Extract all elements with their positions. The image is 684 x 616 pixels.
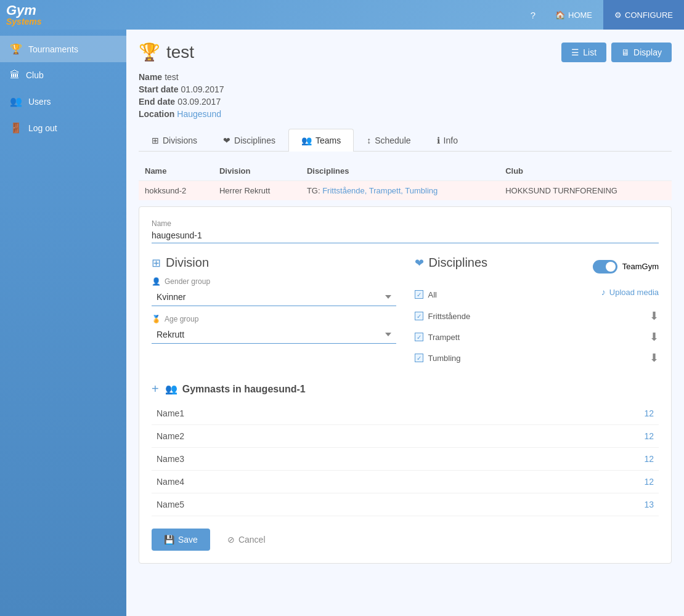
discipline-trampett-name: Trampett	[428, 333, 460, 342]
age-select[interactable]: Rekrutt Junior Senior	[152, 326, 396, 344]
info-row-end: End date 03.09.2017	[139, 97, 672, 107]
division-icon: ⊞	[152, 256, 161, 270]
table-row[interactable]: hokksund-2 Herrer Rekrutt TG: Frittståen…	[139, 181, 672, 201]
page-header: 🏆 test ☰ List 🖥 Display	[139, 42, 672, 62]
save-button[interactable]: 💾 Save	[152, 529, 210, 551]
age-group: 🏅 Age group Rekrutt Junior Senior	[152, 315, 396, 344]
gender-select[interactable]: Kvinner Menn Mixed	[152, 288, 396, 306]
header-buttons: ☰ List 🖥 Display	[561, 43, 672, 62]
discipline-all-left: ✓ All	[415, 290, 437, 299]
gymnast-name-5: Name5	[157, 500, 184, 509]
check-icon: ✓	[417, 334, 421, 341]
tab-teams-label: Teams	[316, 136, 341, 145]
tab-teams[interactable]: 👥 Teams	[288, 129, 354, 152]
discipline-frittstanding-left: ✓ Frittstående	[415, 312, 471, 321]
help-button[interactable]: ?	[522, 0, 544, 30]
start-value: 01.09.2017	[181, 84, 224, 94]
col-club: Club	[499, 161, 672, 181]
main-content: 🏆 test ☰ List 🖥 Display Name test	[126, 30, 684, 616]
gymnast-name-2: Name2	[157, 431, 184, 441]
toggle-knob	[606, 262, 616, 272]
gender-icon: 👤	[152, 277, 161, 286]
frittstanding-upload-btn[interactable]: ⬇	[649, 309, 659, 323]
discipline-all-checkbox[interactable]: ✓	[415, 290, 423, 299]
team-disciplines: TG: Frittstående, Trampett, Tumbling	[301, 181, 499, 201]
gender-group: 👤 Gender group Kvinner Menn Mixed	[152, 277, 396, 306]
schedule-icon: ↕	[367, 136, 371, 145]
logo-gym: Gym	[6, 4, 42, 17]
age-icon: 🏅	[152, 315, 161, 323]
teams-table: Name Division Disciplines Club hokksund-…	[139, 161, 672, 200]
edit-name-value: haugesund-1	[152, 230, 659, 243]
display-button[interactable]: 🖥 Display	[611, 43, 672, 62]
users-icon: 👥	[10, 95, 22, 107]
age-label-text: Age group	[165, 315, 198, 323]
add-gymnast-button[interactable]: +	[152, 382, 159, 396]
name-field-group: Name haugesund-1	[152, 219, 659, 243]
trampett-upload-btn[interactable]: ⬇	[649, 330, 659, 344]
teamgym-toggle[interactable]	[593, 260, 617, 274]
save-icon: 💾	[164, 535, 174, 545]
gymnast-num-3: 12	[644, 454, 654, 464]
discipline-frittstanding-checkbox[interactable]: ✓	[415, 312, 423, 320]
disciplines-header: ❤ Disciplines TeamGym	[415, 256, 659, 277]
toggle-row: TeamGym	[593, 260, 659, 274]
teams-table-body: hokksund-2 Herrer Rekrutt TG: Frittståen…	[139, 181, 672, 201]
tab-schedule[interactable]: ↕ Schedule	[354, 129, 423, 152]
discipline-trampett-left: ✓ Trampett	[415, 333, 460, 342]
tab-schedule-label: Schedule	[375, 136, 410, 145]
configure-button[interactable]: ⚙ CONFIGURE	[603, 0, 684, 30]
top-nav-right: ? 🏠 HOME ⚙ CONFIGURE	[522, 0, 684, 30]
sidebar-item-logout[interactable]: 🚪 Log out	[0, 115, 126, 141]
edit-name-label: Name	[152, 219, 659, 228]
division-title-text: Division	[166, 256, 209, 270]
tumbling-upload-btn[interactable]: ⬇	[649, 351, 659, 365]
check-icon: ✓	[417, 355, 421, 362]
tab-info[interactable]: ℹ Info	[424, 129, 471, 152]
list-button[interactable]: ☰ List	[561, 43, 606, 62]
club-icon: 🏛	[10, 70, 20, 81]
discipline-tumbling-checkbox[interactable]: ✓	[415, 354, 423, 362]
configure-label: CONFIGURE	[625, 10, 673, 20]
end-value: 03.09.2017	[177, 97, 221, 107]
name-value: test	[165, 72, 179, 82]
trophy-icon: 🏆	[10, 43, 22, 55]
edit-panel: Name haugesund-1 ⊞ Division 👤 Gender gro…	[139, 206, 672, 564]
sidebar-item-tournaments[interactable]: 🏆 Tournaments	[0, 36, 126, 62]
discipline-tumbling-left: ✓ Tumbling	[415, 354, 461, 363]
logout-icon: 🚪	[10, 122, 22, 134]
division-title: ⊞ Division	[152, 256, 396, 270]
toggle-label: TeamGym	[622, 262, 659, 271]
gymnast-num-4: 12	[644, 477, 654, 487]
disciplines-icon: ❤	[223, 136, 230, 145]
name-label: Name	[139, 72, 162, 82]
upload-media-row[interactable]: ♪ Upload media	[601, 287, 659, 297]
home-icon: 🏠	[555, 10, 565, 20]
home-label: HOME	[568, 10, 592, 20]
cancel-icon: ⊘	[227, 535, 235, 545]
tg-prefix: TG:	[307, 186, 322, 195]
gymnast-row-4[interactable]: Name4 12	[152, 471, 659, 493]
gymnast-row-1[interactable]: Name1 12	[152, 402, 659, 425]
tab-divisions[interactable]: ⊞ Divisions	[139, 129, 210, 152]
gymnast-row-3[interactable]: Name3 12	[152, 448, 659, 471]
team-division: Herrer Rekrutt	[213, 181, 301, 201]
discipline-all-name: All	[428, 290, 437, 299]
gymnast-name-1: Name1	[157, 408, 184, 418]
gymnasts-title-text: Gymnasts in haugesund-1	[182, 384, 306, 395]
cancel-button[interactable]: ⊘ Cancel	[218, 529, 275, 551]
home-button[interactable]: 🏠 HOME	[544, 0, 603, 30]
discipline-trampett-checkbox[interactable]: ✓	[415, 333, 423, 341]
gymnast-name-4: Name4	[157, 477, 184, 487]
tab-disciplines[interactable]: ❤ Disciplines	[210, 129, 288, 152]
gymnast-row-5[interactable]: Name5 13	[152, 493, 659, 516]
info-row-name: Name test	[139, 72, 672, 82]
discipline-all-row: ✓ All ♪ Upload media	[415, 285, 659, 304]
page-title: test	[166, 43, 194, 62]
team-name: hokksund-2	[139, 181, 213, 201]
sidebar-item-users[interactable]: 👥 Users	[0, 88, 126, 115]
sidebar-item-club[interactable]: 🏛 Club	[0, 62, 126, 88]
discipline-frittstanding-name: Frittstående	[428, 312, 471, 321]
gymnast-row-2[interactable]: Name2 12	[152, 425, 659, 448]
logo-systems: Systems	[6, 17, 42, 26]
